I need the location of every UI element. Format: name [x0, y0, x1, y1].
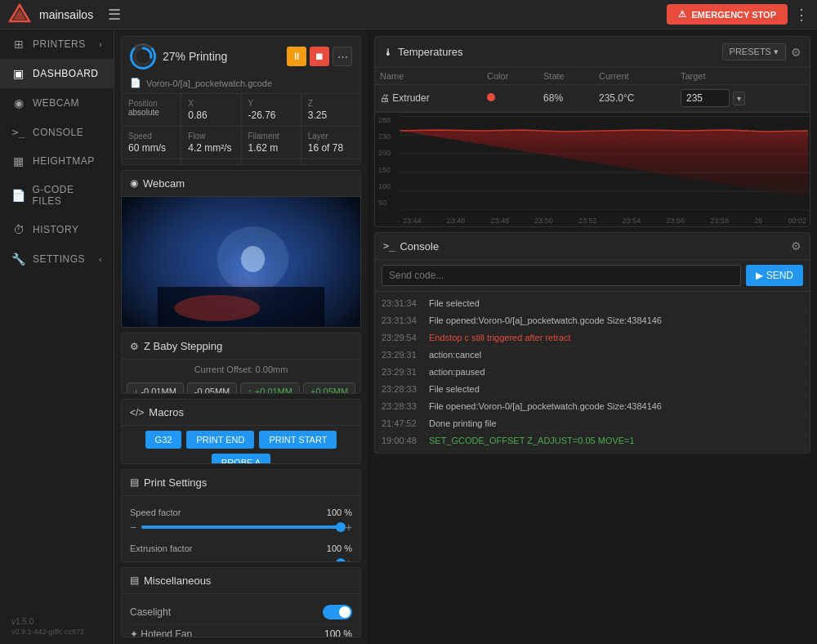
- extrusion-factor-label: Extrusion factor: [130, 543, 192, 553]
- log-row: 23:31:34File opened:Voron-0/[a]_pocketwa…: [375, 312, 810, 329]
- sidebar-label-heightmap: HEIGHTMAP: [33, 155, 95, 167]
- extrusion-slider-thumb[interactable]: [336, 558, 346, 562]
- speed-slider[interactable]: [141, 525, 341, 529]
- log-message: File opened:Voron-0/[a]_pocketwatch.gcod…: [429, 315, 662, 325]
- sidebar-item-history[interactable]: ⏱ HISTORY: [0, 215, 114, 244]
- extrusion-slider-fill: [141, 561, 341, 562]
- speed-increase-button[interactable]: +: [346, 521, 352, 534]
- caselight-toggle[interactable]: [323, 605, 352, 619]
- eta-label: ETA: [308, 164, 354, 165]
- col-current: Current: [594, 68, 676, 85]
- emergency-stop-button[interactable]: ⚠ EMERGENCY STOP: [667, 4, 788, 25]
- temps-settings-button[interactable]: ⚙: [791, 46, 801, 59]
- hotend-fan-value: 100 %: [324, 628, 352, 637]
- z-cell: Z 3.25: [301, 94, 360, 126]
- extrusion-decrease-button[interactable]: −: [130, 557, 136, 562]
- zbaby-btn-pos005[interactable]: +0.05MM: [303, 382, 355, 394]
- console-card: >_ Console ⚙ ▶ SEND 23:31:34File selecte…: [374, 232, 810, 454]
- extruder-state: 68%: [538, 85, 594, 112]
- console-header-icon: >_: [383, 240, 395, 252]
- toggle-thumb: [339, 606, 350, 618]
- sidebar-item-gcode-files[interactable]: 📄 G-CODE FILES: [0, 176, 114, 215]
- flow-label: Flow: [188, 132, 234, 141]
- zbaby-btn-neg005[interactable]: -0.05MM: [187, 382, 237, 394]
- slicer-label: Slicer: [188, 164, 234, 165]
- file-icon: 📄: [130, 78, 141, 88]
- presets-button[interactable]: PRESETS ▾: [722, 43, 786, 60]
- svg-point-6: [241, 246, 265, 272]
- zbaby-title: Z Baby Stepping: [144, 340, 352, 352]
- log-time: 23:29:54: [382, 333, 422, 342]
- speed-slider-fill: [141, 525, 341, 529]
- speed-slider-thumb[interactable]: [336, 522, 346, 532]
- temperatures-card: 🌡 Temperatures PRESETS ▾ ⚙ Name Color St…: [374, 36, 810, 227]
- sidebar-item-dashboard[interactable]: ▣ DASHBOARD: [0, 59, 114, 88]
- console-settings-button[interactable]: ⚙: [791, 239, 801, 253]
- console-header: >_ Console ⚙: [375, 233, 810, 260]
- speed-value: 60 mm/s: [128, 142, 174, 154]
- speed-decrease-button[interactable]: −: [130, 521, 136, 534]
- menu-icon[interactable]: ☰: [108, 6, 121, 24]
- log-time: 23:29:31: [382, 367, 422, 377]
- log-message: Done printing file: [429, 418, 497, 428]
- printers-arrow-icon: ›: [99, 40, 102, 49]
- hotend-fan-label: ✦ Hotend Fan: [130, 628, 192, 637]
- right-panel: 🌡 Temperatures PRESETS ▾ ⚙ Name Color St…: [368, 29, 817, 644]
- sidebar-item-heightmap[interactable]: ▦ HEIGHTMAP: [0, 146, 114, 176]
- log-message: action:paused: [429, 367, 485, 377]
- print-settings-body: Speed factor 100 % − +: [122, 496, 360, 562]
- webcam-image: FPS: 10: [122, 197, 360, 328]
- sidebar-label-webcam: WEBCAM: [33, 97, 79, 109]
- more-print-options-button[interactable]: ⋯: [333, 47, 352, 66]
- extruder-target-input[interactable]: [681, 89, 730, 107]
- sidebar-item-webcam[interactable]: ◉ WEBCAM: [0, 88, 114, 118]
- sidebar-item-console[interactable]: >_ CONSOLE: [0, 118, 114, 146]
- log-time: 19:00:48: [382, 436, 422, 445]
- hotend-fan-row: ✦ Hotend Fan 100 %: [130, 624, 352, 637]
- print-settings-title: Print Settings: [144, 476, 352, 489]
- extruder-target-dropdown[interactable]: ▾: [733, 92, 745, 105]
- temps-table-container: Name Color State Current Target 🖨: [375, 68, 810, 112]
- macro-print-start-button[interactable]: PRINT START: [259, 431, 337, 449]
- caselight-row: Caselight: [130, 601, 352, 624]
- console-send-input[interactable]: [382, 265, 741, 286]
- temps-icon: 🌡: [383, 47, 393, 58]
- position-cell: Position absolute: [122, 94, 181, 126]
- chart-svg: [400, 116, 810, 210]
- log-message: Endstop c still triggered after retract: [429, 333, 571, 342]
- log-row: 23:29:31action:cancel: [375, 347, 810, 364]
- extrusion-slider[interactable]: [141, 561, 341, 562]
- target-input-row: ▾: [681, 89, 805, 107]
- stop-button[interactable]: ⏹: [310, 47, 329, 66]
- macro-g32-button[interactable]: G32: [145, 431, 182, 449]
- filament-cell: Filament 1.62 m: [242, 127, 301, 159]
- y-label: Y: [248, 99, 294, 108]
- pause-button[interactable]: ⏸: [287, 47, 306, 66]
- y-cell: Y -26.76: [242, 94, 301, 126]
- sidebar-item-settings[interactable]: 🔧 SETTINGS ‹: [0, 244, 114, 274]
- macro-print-end-button[interactable]: PRINT END: [186, 431, 254, 449]
- misc-body: Caselight ✦ Hotend Fan 100 %: [122, 594, 360, 637]
- extrusion-slider-row: − +: [130, 557, 352, 562]
- misc-icon: ▤: [130, 575, 139, 586]
- log-message: SET_GCODE_OFFSET Z_ADJUST=0.05 MOVE=1: [429, 436, 635, 445]
- zbaby-header: ⚙ Z Baby Stepping: [122, 333, 360, 360]
- more-options-icon[interactable]: ⋮: [794, 6, 809, 24]
- filament-value: 1.62 m: [248, 142, 294, 154]
- sidebar-item-printers[interactable]: ⊞ PRINTERS ›: [0, 29, 114, 59]
- extrusion-increase-button[interactable]: +: [346, 557, 352, 562]
- macro-probe-a-button[interactable]: PROBE A: [212, 454, 270, 464]
- temps-thead: Name Color State Current Target: [375, 68, 810, 85]
- console-send-button[interactable]: ▶ SEND: [746, 265, 803, 286]
- print-settings-card: ▤ Print Settings Speed factor 100 % −: [121, 469, 361, 562]
- col-name: Name: [375, 68, 482, 85]
- zbaby-btn-pos001[interactable]: ↑ +0.01MM: [240, 382, 300, 394]
- sidebar-label-console: CONSOLE: [33, 127, 83, 138]
- misc-title: Miscellaneous: [144, 575, 352, 587]
- extruder-color-dot: [487, 93, 495, 101]
- log-time: 21:47:52: [382, 418, 422, 428]
- zbaby-btn-neg001[interactable]: ↓ -0.01MM: [127, 382, 184, 394]
- x-label: X: [188, 99, 234, 108]
- log-row: 23:28:33File opened:Voron-0/[a]_pocketwa…: [375, 398, 810, 415]
- log-time: 23:31:34: [382, 298, 422, 308]
